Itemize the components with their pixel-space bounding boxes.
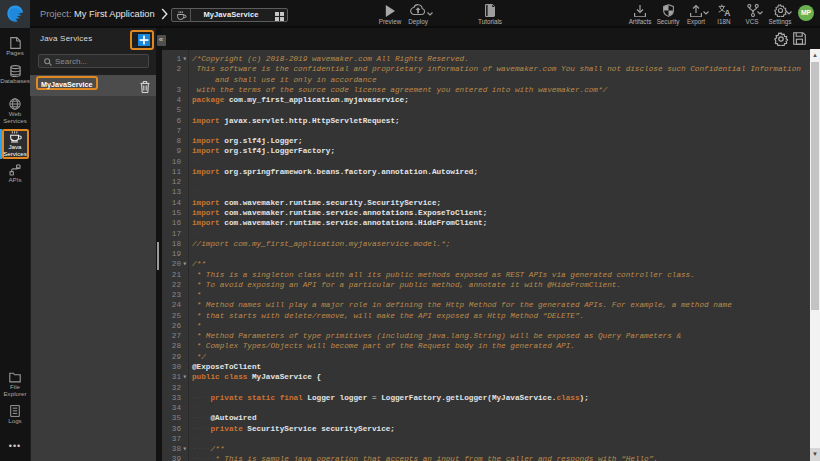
svg-text:A: A xyxy=(724,8,730,17)
